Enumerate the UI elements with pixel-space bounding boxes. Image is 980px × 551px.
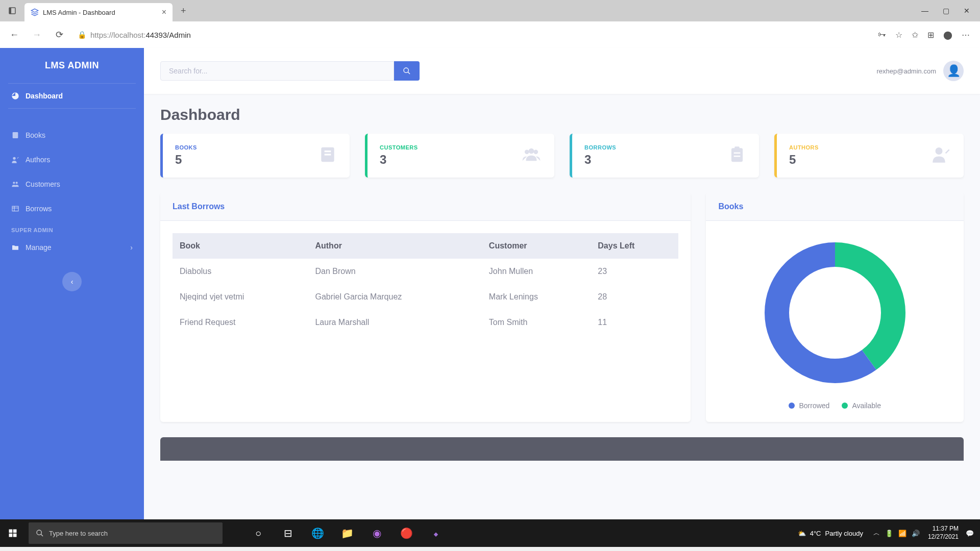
stat-label: BORROWS [584,144,616,151]
dashboard-icon [11,92,19,100]
sidebar-item-borrows[interactable]: Borrows [0,196,144,221]
clock-date: 12/27/2021 [928,533,959,541]
tab-actions-icon[interactable] [4,3,20,19]
weather-text: Partly cloudy [825,530,863,537]
svg-point-28 [37,530,41,535]
panel-header: Books [706,193,964,221]
svg-point-4 [13,182,15,184]
stat-card-authors[interactable]: AUTHORS 5 [774,134,964,178]
panel-header: Last Borrows [160,193,691,221]
stat-label: BOOKS [175,144,197,151]
star-icon[interactable]: ☆ [895,30,902,40]
key-icon[interactable]: 🗝 [878,30,886,40]
user-menu[interactable]: rexhep@admin.com 👤 [876,61,964,81]
panels-row: Last Borrows Book Author Customer Days L… [160,193,964,422]
menu-icon[interactable]: ⋯ [962,30,970,40]
app-icon[interactable]: ◉ [362,519,391,547]
collections-icon[interactable]: ⊞ [927,30,934,40]
edge-icon[interactable]: 🌐 [303,519,332,547]
address-bar: ← → ⟳ 🔒 https://localhost:44393/Admin 🗝 … [0,21,980,48]
task-view-icon[interactable]: ⊟ [273,519,303,547]
table-row: Njeqind vjet vetmi Gabriel Garcia Marque… [173,284,678,310]
customers-icon [11,180,19,188]
donut-chart [758,236,912,389]
page-title: Dashboard [160,106,964,123]
legend-dot-icon [789,403,795,409]
profile-icon[interactable]: ⬤ [943,30,952,40]
col-author: Author [308,233,481,259]
new-tab-button[interactable]: + [177,4,190,18]
sidebar-collapse-button[interactable]: ‹ [62,272,82,291]
wifi-icon[interactable]: 📶 [898,530,906,537]
brand[interactable]: LMS ADMIN [8,48,136,84]
search-input[interactable] [160,61,394,81]
forward-button[interactable]: → [29,27,45,43]
borrows-table: Book Author Customer Days Left Diabolus … [173,233,678,335]
svg-rect-24 [9,530,13,533]
clock[interactable]: 11:37 PM 12/27/2021 [928,525,959,541]
weather-temp: 4°C [810,530,821,537]
col-customer: Customer [482,233,591,259]
sidebar-item-label: Dashboard [26,92,63,100]
taskbar-app-icons: ○ ⊟ 🌐 📁 ◉ 🔴 ⬥ [243,519,451,547]
battery-icon[interactable]: 🔋 [885,530,893,537]
search-icon [403,67,411,75]
stat-card-books[interactable]: BOOKS 5 [160,134,350,178]
stat-card-customers[interactable]: CUSTOMERS 3 [365,134,554,178]
tab-title: LMS Admin - Dashboard [43,9,162,16]
url-field[interactable]: 🔒 https://localhost:44393/Admin [74,31,872,39]
taskbar-search[interactable]: Type here to search [29,522,223,544]
close-window-button[interactable]: ✕ [964,7,970,15]
customers-icon [521,144,542,167]
chrome-icon[interactable]: 🔴 [391,519,421,547]
tab-close-icon[interactable]: × [162,8,166,17]
svg-point-9 [404,68,408,72]
legend-dot-icon [842,403,848,409]
topbar: rexhep@admin.com 👤 [144,48,980,94]
sidebar-item-dashboard[interactable]: Dashboard [0,84,144,108]
sidebar-item-manage[interactable]: Manage › [0,235,144,260]
cortana-icon[interactable]: ○ [243,519,273,547]
weather-widget[interactable]: ⛅ 4°C Partly cloudy [798,530,863,537]
browser-chrome: LMS Admin - Dashboard × + — ▢ ✕ ← → ⟳ 🔒 … [0,0,980,48]
last-borrows-panel: Last Borrows Book Author Customer Days L… [160,193,691,422]
sidebar-item-authors[interactable]: Authors [0,147,144,172]
sidebar-item-customers[interactable]: Customers [0,172,144,196]
sidebar: LMS ADMIN Dashboard Books Authors Custo [0,48,144,519]
file-explorer-icon[interactable]: 📁 [332,519,362,547]
start-button[interactable] [0,529,26,538]
sidebar-item-label: Authors [26,156,50,164]
svg-point-16 [533,149,538,154]
refresh-button[interactable]: ⟳ [51,27,67,43]
stat-value: 5 [789,153,819,167]
clipboard-icon [727,145,747,166]
borrows-icon [11,205,19,213]
stat-value: 3 [584,153,616,167]
favorites-icon[interactable]: ✩ [912,30,918,40]
book-icon [11,131,19,139]
back-button[interactable]: ← [6,27,22,43]
sidebar-item-books[interactable]: Books [0,123,144,147]
volume-icon[interactable]: 🔊 [912,530,920,537]
tray-chevron-icon[interactable]: ︿ [873,529,880,538]
minimize-button[interactable]: — [921,7,928,15]
notifications-icon[interactable]: 💬 [966,530,974,537]
svg-rect-27 [13,534,17,537]
sidebar-item-label: Manage [26,243,52,252]
chevron-right-icon: › [130,243,133,252]
search-group [160,61,420,81]
stat-label: CUSTOMERS [380,144,418,151]
search-button[interactable] [394,61,420,81]
avatar: 👤 [943,61,964,81]
svg-point-5 [16,182,18,184]
visual-studio-icon[interactable]: ⬥ [421,519,451,547]
author-icon [930,144,951,167]
tab-bar: LMS Admin - Dashboard × + — ▢ ✕ [0,0,980,21]
browser-tab[interactable]: LMS Admin - Dashboard × [24,3,173,21]
table-header-row: Book Author Customer Days Left [173,233,678,259]
maximize-button[interactable]: ▢ [943,7,949,15]
stat-card-borrows[interactable]: BORROWS 3 [570,134,759,178]
svg-rect-26 [9,534,13,537]
stat-label: AUTHORS [789,144,819,151]
author-icon [11,156,19,164]
